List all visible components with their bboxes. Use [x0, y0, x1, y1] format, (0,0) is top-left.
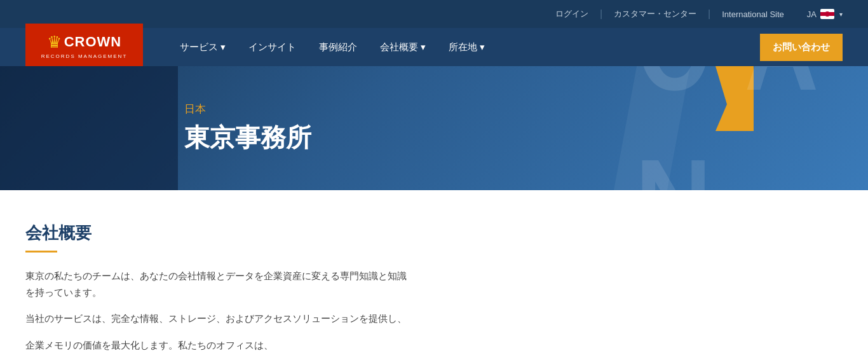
nav-links: サービス ▾ インサイト 事例紹介 会社概要 ▾ 所在地 ▾ お問い合わせ: [168, 28, 843, 66]
nav-locations[interactable]: 所在地 ▾: [437, 28, 496, 66]
japan-flag-icon: [820, 9, 834, 19]
logo[interactable]: ♛ CROWN RECORDS MANAGEMENT: [25, 24, 143, 68]
nav-services[interactable]: サービス ▾: [168, 28, 237, 66]
chevron-locations-icon: ▾: [480, 41, 485, 53]
login-link[interactable]: ログイン: [544, 8, 600, 20]
crown-icon: ♛: [47, 32, 62, 52]
brand-name: CROWN: [64, 34, 122, 50]
nav-about[interactable]: 会社概要 ▾: [369, 28, 437, 66]
contact-button[interactable]: お問い合わせ: [760, 34, 843, 61]
hero-text: 日本 東京事務所: [184, 66, 311, 190]
chevron-about-icon: ▾: [421, 41, 426, 53]
chevron-services-icon: ▾: [220, 41, 226, 53]
hero-letters: ＣＡ Ｎ: [614, 66, 868, 190]
hero-title: 東京事務所: [184, 120, 311, 155]
language-selector[interactable]: JA ▾: [796, 9, 843, 19]
main-nav: ♛ CROWN RECORDS MANAGEMENT サービス ▾ インサイト …: [0, 28, 868, 66]
nav-case-studies[interactable]: 事例紹介: [308, 28, 369, 66]
content-para-3: 企業メモリの価値を最大化します。私たちのオフィスは、: [25, 337, 407, 354]
brand-sub: RECORDS MANAGEMENT: [41, 53, 128, 59]
international-site-link[interactable]: International Site: [710, 10, 796, 19]
hero-overlay: [0, 66, 178, 190]
nav-insights[interactable]: インサイト: [237, 28, 308, 66]
content-para-1: 東京の私たちのチームは、あなたの会社情報とデータを企業資産に変える専門知識と知識…: [25, 268, 407, 300]
title-underline: [25, 251, 57, 253]
hero-country: 日本: [184, 102, 311, 116]
main-content: 会社概要 東京の私たちのチームは、あなたの会社情報とデータを企業資産に変える専門…: [0, 190, 868, 360]
chevron-down-icon: ▾: [839, 11, 843, 18]
customer-center-link[interactable]: カスタマー・センター: [602, 8, 708, 20]
content-body: 東京の私たちのチームは、あなたの会社情報とデータを企業資産に変える専門知識と知識…: [25, 268, 407, 353]
language-label: JA: [807, 10, 817, 19]
section-title: 会社概要: [25, 222, 843, 244]
content-para-2: 当社のサービスは、完全な情報、ストレージ、およびアクセスソリューションを提供し、: [25, 310, 407, 327]
hero-banner: ＣＡ Ｎ 日本 東京事務所: [0, 66, 868, 190]
